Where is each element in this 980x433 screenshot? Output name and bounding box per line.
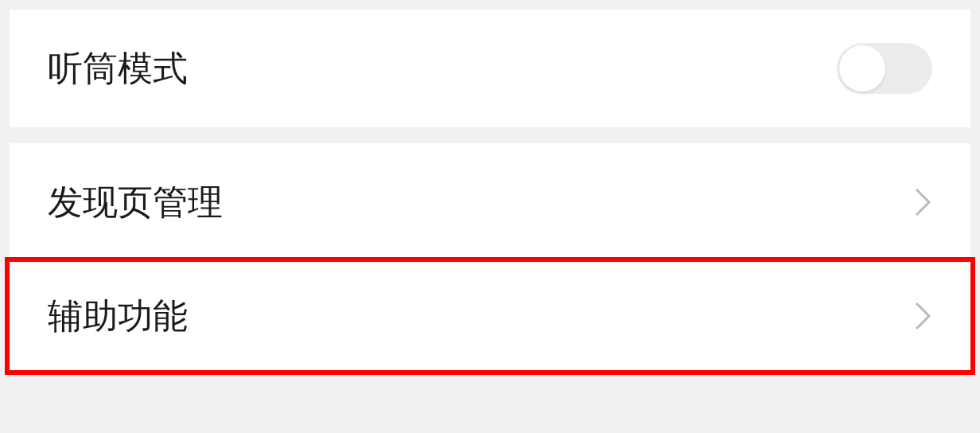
settings-group-2: 发现页管理 辅助功能 [10, 143, 970, 375]
discover-page-row[interactable]: 发现页管理 [10, 143, 970, 261]
accessibility-row[interactable]: 辅助功能 [5, 257, 975, 375]
chevron-right-icon [913, 193, 932, 212]
chevron-right-icon [913, 306, 932, 326]
earpiece-mode-label: 听筒模式 [48, 45, 188, 92]
accessibility-label: 辅助功能 [48, 293, 188, 340]
settings-group-1: 听筒模式 [10, 10, 970, 127]
toggle-knob [839, 45, 885, 92]
discover-page-label: 发现页管理 [48, 179, 223, 226]
earpiece-mode-row[interactable]: 听筒模式 [10, 10, 970, 127]
earpiece-mode-toggle[interactable] [837, 43, 932, 94]
